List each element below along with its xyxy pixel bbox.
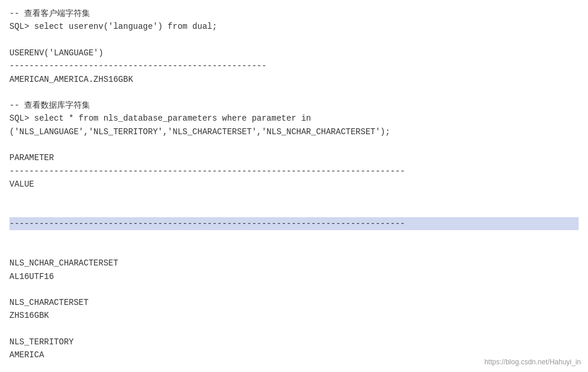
line-4: USERENV('LANGUAGE') bbox=[9, 46, 579, 59]
line-17: AL16UTF16 bbox=[9, 270, 579, 283]
watermark: https://blog.csdn.net/Hahuyi_in bbox=[484, 358, 581, 366]
terminal-window: -- 查看客户端字符集 SQL> select userenv('languag… bbox=[0, 0, 588, 372]
terminal-content: -- 查看客户端字符集 SQL> select userenv('languag… bbox=[9, 7, 579, 372]
line-19: NLS_CHARACTERSET bbox=[9, 296, 579, 309]
blank-18 bbox=[9, 283, 579, 296]
line-12: PARAMETER bbox=[9, 151, 579, 164]
line-20: ZHS16GBK bbox=[9, 309, 579, 322]
blank-7 bbox=[9, 86, 579, 99]
line-22: NLS_TERRITORY bbox=[9, 336, 579, 348]
line-10: ('NLS_LANGUAGE','NLS_TERRITORY','NLS_CHA… bbox=[9, 125, 579, 138]
line-9: SQL> select * from nls_database_paramete… bbox=[9, 112, 579, 125]
blank-21 bbox=[9, 323, 579, 336]
line-16: NLS_NCHAR_CHARACTERSET bbox=[9, 257, 579, 270]
line-5: ----------------------------------------… bbox=[9, 59, 579, 72]
blank-3 bbox=[9, 34, 579, 46]
line-6: AMERICAN_AMERICA.ZHS16GBK bbox=[9, 73, 579, 86]
blank-11 bbox=[9, 138, 579, 151]
line-13: ----------------------------------------… bbox=[9, 165, 579, 178]
line-1: -- 查看客户端字符集 bbox=[9, 7, 579, 20]
line-8: -- 查看数据库字符集 bbox=[9, 99, 579, 112]
line-2: SQL> select userenv('language') from dua… bbox=[9, 20, 579, 33]
line-15: ----------------------------------------… bbox=[9, 191, 579, 257]
line-14: VALUE bbox=[9, 178, 579, 191]
